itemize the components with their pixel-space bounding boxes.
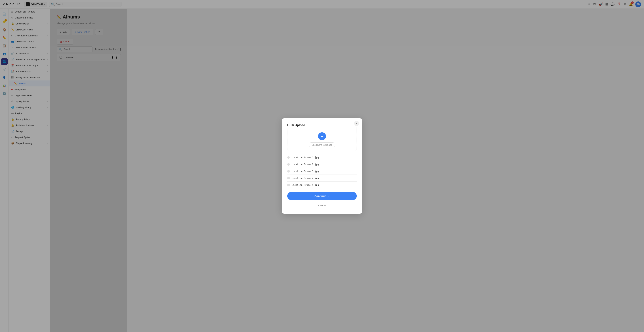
file-name: Location Promo 1.jpg — [292, 156, 319, 159]
cancel-label: Cancel — [318, 204, 326, 207]
modal-close-button[interactable]: ✕ — [354, 121, 359, 126]
file-name: Location Promo 3.jpg — [292, 170, 319, 173]
upload-area[interactable]: + Click here to upload — [287, 127, 357, 151]
file-name: Location Promo 5.jpg — [292, 184, 319, 186]
file-item-2: Location Promo 2.jpg — [287, 161, 357, 168]
file-status-dot — [287, 170, 290, 173]
file-item-3: Location Promo 3.jpg — [287, 168, 357, 175]
file-item-1: Location Promo 1.jpg — [287, 154, 357, 161]
file-status-dot — [287, 184, 290, 186]
continue-button[interactable]: Continue → — [287, 192, 357, 200]
file-item-4: Location Promo 4.jpg — [287, 175, 357, 182]
upload-plus-icon: + — [318, 132, 326, 140]
file-name: Location Promo 4.jpg — [292, 177, 319, 180]
bulk-upload-modal: Bulk Upload ✕ + Click here to upload Loc… — [282, 118, 362, 214]
file-name: Location Promo 2.jpg — [292, 163, 319, 166]
file-item-5: Location Promo 5.jpg — [287, 182, 357, 188]
file-status-dot — [287, 177, 290, 180]
file-list: Location Promo 1.jpg Location Promo 2.jp… — [287, 154, 357, 188]
modal-title: Bulk Upload — [287, 123, 305, 127]
continue-label: Continue → — [314, 195, 330, 198]
file-status-dot — [287, 163, 290, 166]
upload-label[interactable]: Click here to upload — [308, 142, 336, 147]
cancel-button[interactable]: Cancel — [287, 202, 357, 209]
file-status-dot — [287, 156, 290, 159]
modal-overlay: Bulk Upload ✕ + Click here to upload Loc… — [0, 0, 644, 332]
